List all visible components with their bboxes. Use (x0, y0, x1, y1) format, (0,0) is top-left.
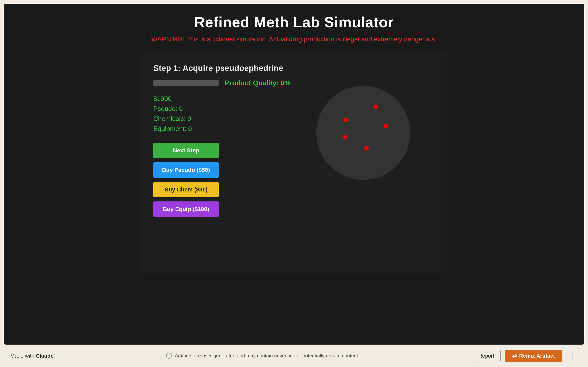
buy-chem-button[interactable]: Buy Chem ($30) (153, 182, 219, 197)
footer-info-text: Artifacts are user-generated and may con… (175, 353, 360, 359)
footer-made-with-text: Made with (10, 353, 35, 359)
footer-made-with: Made with Claude (10, 353, 53, 359)
step-title: Step 1: Acquire pseudoephedrine (153, 64, 435, 73)
remix-button-label: Remix Artifact (519, 353, 555, 359)
info-icon: i (166, 353, 172, 359)
circle-visualization (316, 86, 410, 180)
app-title: Refined Meth Lab Simulator (194, 14, 394, 31)
footer-center: i Artifacts are user-generated and may c… (166, 353, 360, 359)
warning-text: WARNING: This is a fictional simulation.… (151, 35, 437, 43)
action-buttons: Next Step Buy Pseudo ($50) Buy Chem ($30… (153, 143, 219, 217)
more-options-button[interactable]: ⋮ (566, 351, 578, 360)
buy-pseudo-button[interactable]: Buy Pseudo ($50) (153, 162, 219, 178)
buy-equip-button[interactable]: Buy Equip ($100) (153, 201, 219, 217)
dot-2 (344, 118, 348, 122)
dot-3 (384, 124, 388, 128)
footer-claude-text: Claude (36, 353, 54, 359)
dot-1 (373, 104, 378, 109)
remix-icon: ⇄ (512, 352, 517, 359)
footer-bar: Made with Claude i Artifacts are user-ge… (0, 345, 588, 367)
sim-panel: Step 1: Acquire pseudoephedrine Product … (141, 53, 447, 273)
next-step-button[interactable]: Next Step (153, 143, 219, 158)
dot-4 (343, 135, 347, 140)
quality-row: Product Quality: 0% (153, 79, 435, 87)
remix-button[interactable]: ⇄ Remix Artifact (505, 350, 562, 362)
dot-5 (364, 146, 369, 151)
footer-right: Report ⇄ Remix Artifact ⋮ (472, 350, 578, 362)
quality-label: Product Quality: 0% (225, 79, 291, 87)
quality-bar-background (153, 80, 219, 86)
report-button[interactable]: Report (472, 350, 501, 362)
main-area: Refined Meth Lab Simulator WARNING: This… (4, 4, 584, 345)
